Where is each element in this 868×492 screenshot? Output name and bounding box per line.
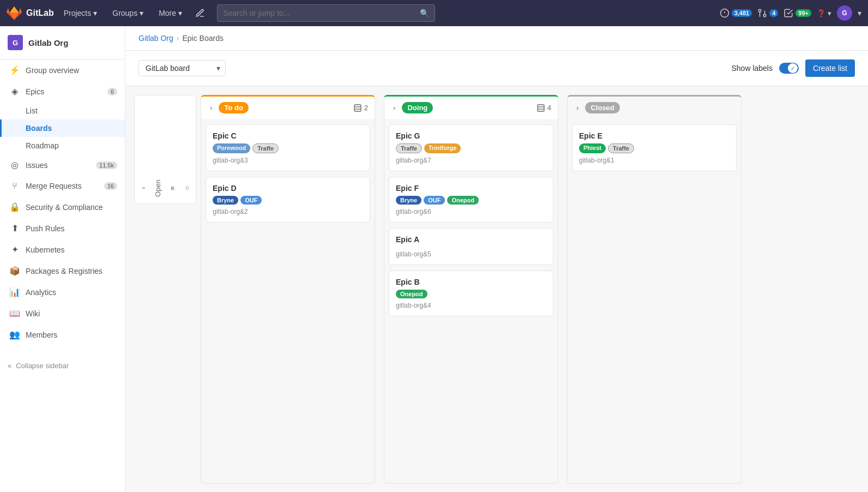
show-labels-toggle[interactable]	[779, 63, 799, 74]
show-labels-label: Show labels	[731, 64, 773, 73]
sidebar-item-merge-requests[interactable]: ⑂ Merge Requests 16	[0, 176, 125, 196]
epic-a-ref: gitlab-org&5	[396, 250, 546, 258]
todo-expand-button[interactable]: ›	[208, 103, 214, 113]
toolbar-right: Show labels Create list	[731, 59, 855, 77]
sidebar-sub-boards[interactable]: Boards	[0, 119, 125, 137]
column-doing-header: › Doing 4	[384, 95, 558, 119]
epic-card-g[interactable]: Epic G Traffe Trintforge gitlab-org&7	[389, 124, 553, 171]
label-traffe-e: Traffe	[608, 143, 634, 153]
chevron-right-icon: ›	[139, 187, 147, 189]
logo-text: GitLab	[26, 8, 54, 18]
doing-badge: Doing	[402, 102, 433, 113]
label-traffe-g: Traffe	[396, 143, 422, 153]
security-icon: 🔒	[9, 202, 20, 212]
epic-b-labels: Onepod	[396, 290, 546, 298]
closed-expand-button[interactable]: ›	[574, 103, 581, 113]
sidebar-item-analytics[interactable]: 📊 Analytics	[0, 281, 125, 303]
epic-f-labels: Bryne OUF Onepod	[396, 196, 546, 205]
logo[interactable]: GitLab	[7, 5, 54, 21]
closed-badge: Closed	[585, 102, 619, 113]
issues-count: 3,481	[732, 9, 752, 17]
sidebar-item-issues[interactable]: ◎ Issues 11.5k	[0, 154, 125, 176]
org-name: Gitlab Org	[28, 38, 68, 47]
group-overview-icon: ⚡	[9, 65, 20, 75]
sidebar-sub-list[interactable]: List	[0, 102, 125, 119]
topnav: GitLab Projects ▾ Groups ▾ More ▾ 🔍 3,48…	[0, 0, 868, 26]
search-input[interactable]	[223, 9, 420, 17]
svg-point-3	[758, 9, 761, 12]
epic-card-e[interactable]: Epic E Phiest Traffe gitlab-org&1	[572, 124, 737, 171]
todos-badge[interactable]: 99+	[783, 8, 811, 18]
nav-projects[interactable]: Projects ▾	[58, 5, 103, 21]
sidebar-item-members[interactable]: 👥 Members	[0, 324, 125, 345]
sidebar: G Gitlab Org ⚡ Group overview ◈ Epics 6 …	[0, 26, 125, 492]
board-area: › Open ≡ ○ › To do 2 E	[125, 86, 868, 492]
wiki-icon: 📖	[9, 308, 20, 319]
help-button[interactable]: ❓ ▾	[817, 9, 831, 17]
mr-count: 4	[769, 9, 778, 17]
label-bryne: Bryne	[213, 196, 238, 205]
todos-count: 99+	[795, 9, 811, 17]
sidebar-sub-roadmap[interactable]: Roadmap	[0, 137, 125, 154]
collapse-sidebar-button[interactable]: « Collapse sidebar	[0, 356, 125, 375]
open-panel-toggle[interactable]: › Open ≡ ○	[134, 95, 196, 204]
column-todo-body: Epic C Porewood Traffe gitlab-org&3 Epic…	[201, 119, 375, 484]
epic-d-title: Epic D	[213, 184, 363, 193]
issues-badge[interactable]: 3,481	[720, 8, 752, 18]
layout: G Gitlab Org ⚡ Group overview ◈ Epics 6 …	[0, 0, 868, 492]
epic-d-ref: gitlab-org&2	[213, 208, 363, 215]
sidebar-item-wiki[interactable]: 📖 Wiki	[0, 303, 125, 324]
new-item-button[interactable]	[192, 5, 208, 21]
column-todo: › To do 2 Epic C Porewood Traffe git	[201, 95, 375, 484]
user-avatar[interactable]: G	[837, 5, 852, 21]
open-panel-icon: ≡	[168, 186, 177, 190]
epic-card-f[interactable]: Epic F Bryne OUF Onepod gitlab-org&6	[389, 177, 553, 223]
board-toolbar: GitLab board Show labels Create list	[125, 51, 868, 86]
sidebar-item-kubernetes[interactable]: ✦ Kubernetes	[0, 239, 125, 260]
kubernetes-icon: ✦	[9, 244, 20, 255]
epic-b-title: Epic B	[396, 278, 546, 286]
topnav-right: 3,481 4 99+ ❓ ▾ G ▾	[720, 5, 861, 21]
doing-expand-button[interactable]: ›	[391, 103, 397, 113]
open-panel-circle: ○	[183, 184, 191, 193]
epic-card-a[interactable]: Epic A gitlab-org&5	[389, 228, 553, 265]
svg-rect-5	[354, 105, 361, 111]
epic-c-title: Epic C	[213, 131, 363, 140]
column-closed-body: Epic E Phiest Traffe gitlab-org&1	[567, 119, 742, 484]
create-list-button[interactable]: Create list	[805, 59, 855, 77]
epic-c-ref: gitlab-org&3	[213, 157, 363, 164]
org-header[interactable]: G Gitlab Org	[0, 26, 125, 59]
sidebar-item-packages[interactable]: 📦 Packages & Registries	[0, 260, 125, 281]
epic-card-c[interactable]: Epic C Porewood Traffe gitlab-org&3	[206, 124, 370, 171]
issues-sidebar-badge: 11.5k	[96, 161, 117, 169]
column-doing: › Doing 4 Epic G Traffe Trintforge g	[384, 95, 558, 484]
label-onepod-b: Onepod	[396, 290, 427, 298]
column-todo-header: › To do 2	[201, 95, 375, 119]
epic-f-ref: gitlab-org&6	[396, 208, 546, 215]
analytics-icon: 📊	[9, 287, 20, 297]
breadcrumb-current: Epic Boards	[182, 34, 223, 43]
svg-point-4	[763, 14, 766, 17]
epic-a-title: Epic A	[396, 235, 546, 244]
nav-more[interactable]: More ▾	[153, 5, 188, 21]
packages-icon: 📦	[9, 266, 20, 276]
epic-card-d[interactable]: Epic D Bryne OUF gitlab-org&2	[206, 177, 370, 223]
user-menu-chevron[interactable]: ▾	[858, 9, 861, 17]
breadcrumb: Gitlab Org › Epic Boards	[125, 26, 868, 51]
epic-card-b[interactable]: Epic B Onepod gitlab-org&4	[389, 271, 553, 316]
issues-icon: ◎	[9, 160, 20, 170]
collapse-icon: «	[8, 362, 11, 370]
sidebar-item-group-overview[interactable]: ⚡ Group overview	[0, 59, 125, 81]
epic-e-ref: gitlab-org&1	[579, 157, 730, 164]
sidebar-item-epics[interactable]: ◈ Epics 6	[0, 81, 125, 102]
sidebar-item-push-rules[interactable]: ⬆ Push Rules	[0, 218, 125, 239]
search-bar[interactable]: 🔍	[217, 4, 435, 22]
merge-requests-badge[interactable]: 4	[757, 8, 778, 18]
members-icon: 👥	[9, 329, 20, 340]
label-onepod-f: Onepod	[447, 196, 479, 205]
sidebar-item-security[interactable]: 🔒 Security & Compliance	[0, 196, 125, 218]
epics-icon: ◈	[9, 86, 20, 97]
board-select[interactable]: GitLab board	[138, 60, 226, 76]
nav-groups[interactable]: Groups ▾	[107, 5, 149, 21]
breadcrumb-org-link[interactable]: Gitlab Org	[138, 34, 173, 43]
